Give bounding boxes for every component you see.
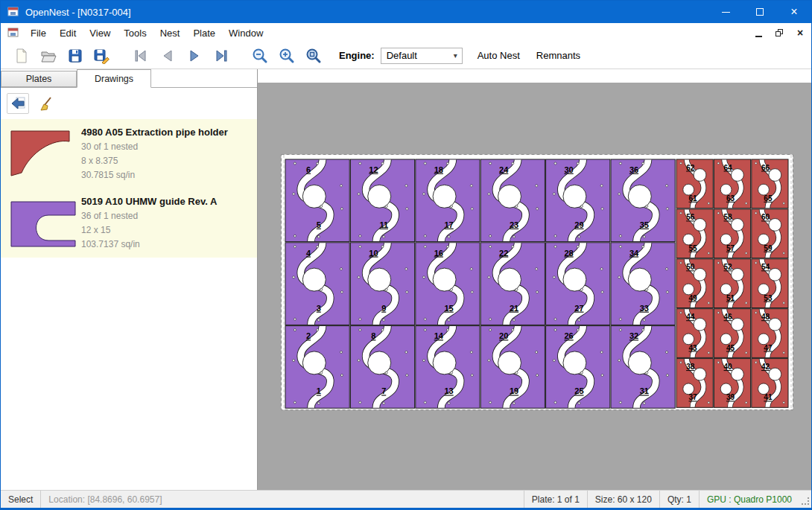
part-number: 14: [434, 331, 444, 340]
maximize-button[interactable]: [743, 1, 777, 23]
red-part-pair[interactable]: 40 39: [714, 359, 750, 408]
purple-part-pair[interactable]: 28 27: [546, 243, 610, 325]
chevron-down-icon: ▾: [449, 51, 462, 60]
menu-view[interactable]: View: [83, 25, 117, 42]
drawing-nested: 36 of 1 nested: [81, 209, 217, 223]
menu-edit[interactable]: Edit: [53, 25, 83, 42]
purple-part-pair[interactable]: 22 21: [480, 243, 545, 325]
save-as-button[interactable]: [89, 45, 115, 67]
red-part-pair[interactable]: 64 63: [714, 159, 750, 208]
child-restore-button[interactable]: [770, 25, 789, 40]
red-part-pair[interactable]: 62 61: [676, 159, 713, 208]
purple-part-pair[interactable]: 2 1: [285, 326, 349, 409]
tab-plates[interactable]: Plates: [1, 71, 77, 87]
close-button[interactable]: ×: [777, 1, 811, 23]
part-number: 36: [629, 165, 638, 174]
red-part-pair[interactable]: 56 55: [676, 209, 713, 258]
blue-arrow-left-icon: [10, 97, 25, 110]
drawing-item-2[interactable]: 5019 A10 UHMW guide Rev. A 36 of 1 neste…: [1, 188, 257, 258]
tab-drawings[interactable]: Drawings: [77, 69, 151, 88]
part-number: 9: [381, 304, 386, 313]
clear-button[interactable]: [35, 93, 57, 114]
menu-nest[interactable]: Nest: [153, 25, 187, 42]
purple-part-pair[interactable]: 18 17: [416, 159, 480, 242]
auto-nest-button[interactable]: Auto Nest: [476, 47, 521, 64]
purple-part-pair[interactable]: 8 7: [350, 326, 414, 409]
purple-part-pair[interactable]: 16 15: [416, 243, 480, 325]
status-location: Location: [84.8696, 60.6957]: [41, 491, 169, 508]
purple-part-pair[interactable]: 24 23: [480, 159, 545, 242]
nest-canvas[interactable]: 6 5 12 11 18 17 24 23: [258, 69, 811, 490]
red-part-pair[interactable]: 42 41: [752, 359, 788, 408]
part-number: 50: [686, 263, 695, 271]
part-number: 56: [686, 213, 695, 221]
red-part-pair[interactable]: 54 53: [752, 259, 788, 308]
part-number: 12: [369, 165, 378, 174]
remnants-button[interactable]: Remnants: [535, 47, 582, 64]
red-part-pair[interactable]: 46 45: [714, 309, 750, 358]
menu-window[interactable]: Window: [222, 25, 270, 42]
purple-part-pair[interactable]: 30 29: [546, 159, 610, 242]
save-button[interactable]: [62, 45, 89, 67]
zoom-extents-button[interactable]: [300, 45, 327, 67]
menu-plate[interactable]: Plate: [186, 25, 222, 42]
red-part-pair[interactable]: 48 47: [752, 309, 788, 358]
main-toolbar: Engine: Default ▾ Auto Nest Remnants: [1, 42, 811, 69]
red-part-pair[interactable]: 66 65: [752, 159, 788, 208]
menu-file[interactable]: File: [24, 25, 53, 42]
status-mode: Select: [1, 491, 41, 508]
engine-select[interactable]: Default ▾: [381, 48, 463, 64]
red-part-pair[interactable]: 50 49: [676, 259, 713, 308]
next-plate-button[interactable]: [181, 45, 208, 67]
drawing-size: 8 x 8.375: [81, 154, 228, 168]
zoom-in-button[interactable]: [273, 45, 300, 67]
status-gpu: GPU : Quadro P1000: [699, 491, 799, 508]
purple-part-pair[interactable]: 4 3: [285, 243, 349, 325]
part-number: 43: [689, 344, 698, 352]
engine-value: Default: [387, 50, 417, 61]
part-number: 62: [686, 164, 695, 172]
purple-part-pair[interactable]: 36 35: [611, 159, 675, 242]
purple-part-pair[interactable]: 32 31: [611, 326, 675, 409]
part-number: 32: [629, 331, 638, 340]
red-part-pair[interactable]: 44 43: [676, 309, 713, 358]
purple-part-pair[interactable]: 34 33: [611, 243, 675, 325]
child-minimize-button[interactable]: [749, 25, 768, 40]
nest-plate[interactable]: 6 5 12 11 18 17 24 23: [281, 154, 793, 410]
open-button[interactable]: [35, 45, 62, 67]
menu-tools[interactable]: Tools: [117, 25, 153, 42]
zoom-out-button[interactable]: [247, 45, 273, 67]
plate-svg[interactable]: 6 5 12 11 18 17 24 23: [281, 154, 793, 410]
new-file-icon: [13, 48, 30, 64]
part-number: 42: [761, 363, 770, 371]
child-close-button[interactable]: ×: [790, 25, 810, 40]
purple-part-pair[interactable]: 26 25: [546, 326, 610, 409]
first-plate-button[interactable]: [127, 45, 154, 67]
red-part-pair[interactable]: 52 51: [714, 259, 750, 308]
purple-part-pair[interactable]: 10 9: [350, 243, 414, 325]
panel-tabstrip: Plates Drawings: [1, 69, 257, 88]
purple-part-pair[interactable]: 20 19: [480, 326, 545, 409]
red-part-pair[interactable]: 60 59: [752, 209, 788, 258]
purple-part-pair[interactable]: 12 11: [350, 159, 414, 242]
part-number: 60: [761, 213, 770, 221]
move-to-plate-button[interactable]: [7, 93, 29, 114]
purple-part-pair[interactable]: 6 5: [285, 159, 349, 242]
zoom-in-icon: [278, 47, 296, 65]
part-number: 13: [444, 386, 453, 395]
purple-part-pair[interactable]: 14 13: [416, 326, 480, 409]
zoom-out-icon: [251, 47, 269, 65]
part-number: 5: [317, 220, 321, 229]
part-number: 16: [434, 249, 443, 258]
new-button[interactable]: [8, 45, 35, 67]
part-number: 65: [764, 194, 773, 203]
red-part-pair[interactable]: 38 37: [676, 359, 713, 408]
last-plate-button[interactable]: [208, 45, 235, 67]
minimize-button[interactable]: [708, 1, 743, 23]
part-number: 21: [510, 304, 518, 313]
drawing-item-1[interactable]: 4980 A05 Extraction pipe holder 30 of 1 …: [1, 119, 257, 188]
red-part-pair[interactable]: 58 57: [714, 209, 750, 258]
previous-plate-button[interactable]: [154, 45, 181, 67]
part-number: 34: [629, 249, 639, 258]
resize-grip-icon[interactable]: [799, 491, 811, 508]
